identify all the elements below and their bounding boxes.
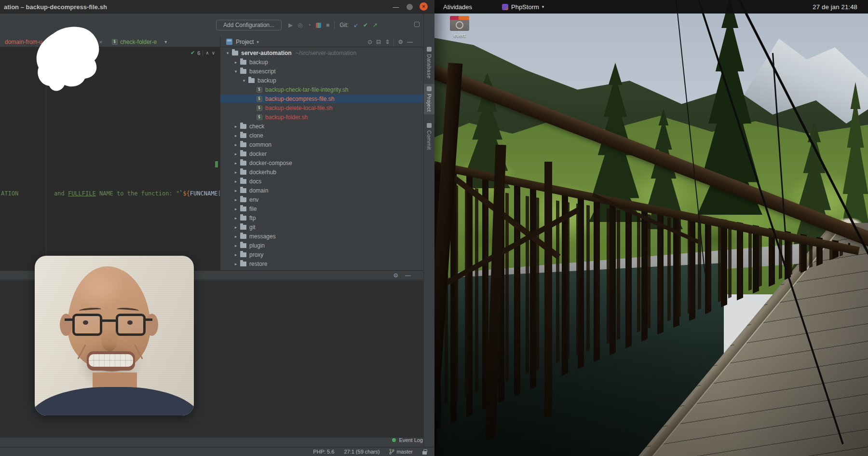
tree-row-proxy[interactable]: ▸proxy <box>220 250 423 259</box>
tree-row-domain[interactable]: ▸domain <box>220 186 423 195</box>
tree-row-plugin[interactable]: ▸plugin <box>220 241 423 250</box>
folder-icon <box>240 252 246 257</box>
app-menu[interactable]: PhpStorm ▾ <box>502 3 544 11</box>
inspections-widget[interactable]: ✔ 6 ∧ ∨ <box>190 50 215 56</box>
profile-icon[interactable]: ◔ <box>308 22 311 28</box>
wallpaper-vignette <box>434 0 868 456</box>
tree-row-server-automation[interactable]: ▾server-automation~/src/server-automatio… <box>220 48 423 57</box>
hidden-tabs-chevron-icon[interactable]: ▾ <box>164 39 167 44</box>
prev-problem-icon[interactable]: ∧ <box>205 50 209 55</box>
tree-chevron-icon[interactable]: ▸ <box>232 60 239 65</box>
tree-row-clone[interactable]: ▸clone <box>220 131 423 140</box>
tree-row-docker[interactable]: ▸docker <box>220 149 423 158</box>
tree-row-restore[interactable]: ▸restore <box>220 259 423 268</box>
tree-chevron-icon[interactable]: ▸ <box>232 252 239 257</box>
folder-icon <box>240 179 246 184</box>
tree-chevron-icon[interactable]: ▸ <box>232 225 239 230</box>
lock-icon[interactable] <box>422 451 427 455</box>
tree-row-docker-compose[interactable]: ▸docker-compose <box>220 158 423 167</box>
php-version-widget[interactable]: PHP: 5.6 <box>313 449 334 455</box>
profiler-icon[interactable] <box>316 23 321 28</box>
tree-chevron-icon[interactable]: ▸ <box>232 152 239 156</box>
tree-chevron-icon[interactable]: ▸ <box>232 170 239 175</box>
tool-stripe-label: Project <box>426 94 432 112</box>
close-button[interactable]: × <box>420 2 428 11</box>
caret-position-widget[interactable]: 27:1 (59 chars) <box>344 449 380 455</box>
add-configuration-button[interactable]: Add Configuration... <box>216 20 282 30</box>
folder-icon <box>240 133 246 138</box>
desktop-icon-evert[interactable]: evert <box>445 16 474 45</box>
code-line-left: ATION <box>1 190 18 197</box>
gear-icon[interactable]: ⚙ <box>393 273 398 278</box>
hide-panel-icon[interactable]: — <box>407 39 413 45</box>
tool-stripe-commit[interactable]: Commit <box>424 121 434 152</box>
tree-chevron-icon[interactable]: ▸ <box>232 161 239 166</box>
expand-icon[interactable]: ⇕ <box>385 39 390 45</box>
tree-row-git[interactable]: ▸git <box>220 222 423 232</box>
tool-stripe-database[interactable]: Database <box>424 44 434 81</box>
commit-tool-icon <box>427 123 432 128</box>
tree-row-backup-delete-local-file.sh[interactable]: backup-delete-local-file.sh <box>220 103 423 112</box>
tree-row-ftp[interactable]: ▸ftp <box>220 213 423 222</box>
tree-row-backup-decompress-file.sh[interactable]: backup-decompress-file.sh <box>220 94 423 103</box>
tree-chevron-icon[interactable]: ▸ <box>232 142 239 147</box>
git-push-icon[interactable]: ↗ <box>373 22 378 28</box>
project-panel-header[interactable]: Project ▾ ⊙ ⊟ ⇕ ⚙ — <box>220 37 423 47</box>
tree-row-backup[interactable]: ▾backup <box>220 76 423 85</box>
tree-chevron-icon[interactable]: ▸ <box>232 262 239 266</box>
stop-process-icon[interactable] <box>414 22 420 27</box>
tree-chevron-icon[interactable]: ▸ <box>232 216 239 221</box>
tree-row-backup[interactable]: ▸backup <box>220 57 423 67</box>
tool-stripe-project[interactable]: Project <box>424 84 434 114</box>
tree-chevron-icon[interactable]: ▸ <box>232 133 239 138</box>
tree-chevron-icon[interactable]: ▸ <box>232 188 239 193</box>
maximize-button[interactable] <box>407 4 413 10</box>
tree-row-docs[interactable]: ▸docs <box>220 177 423 186</box>
tree-row-dockerhub[interactable]: ▸dockerhub <box>220 167 423 177</box>
event-log-button[interactable]: Event Log <box>392 437 423 443</box>
tree-chevron-icon[interactable]: ▸ <box>232 243 239 248</box>
activities-button[interactable]: Atividades <box>443 3 472 11</box>
tree-row-backup-folder.sh[interactable]: backup-folder.sh <box>220 112 423 122</box>
clock[interactable]: 27 de jan 21:48 <box>813 0 857 14</box>
folder-icon <box>240 69 246 74</box>
folder-icon <box>240 161 246 166</box>
gear-icon[interactable]: ⚙ <box>398 39 403 45</box>
tree-node-label: ftp <box>249 215 256 221</box>
tree-chevron-icon[interactable]: ▸ <box>232 234 239 239</box>
coverage-icon[interactable]: ◎ <box>298 22 302 28</box>
stop-icon[interactable]: ■ <box>326 22 329 28</box>
tree-node-label: file <box>249 206 257 212</box>
run-icon[interactable]: ▶ <box>288 22 293 28</box>
minimize-button[interactable]: — <box>392 2 400 11</box>
shell-file-icon <box>257 87 262 93</box>
hide-panel-icon[interactable]: — <box>405 273 411 278</box>
tree-row-backup-check-tar-file-integrity.sh[interactable]: backup-check-tar-file-integrity.sh <box>220 85 423 94</box>
tree-row-file[interactable]: ▸file <box>220 204 423 213</box>
locate-file-icon[interactable]: ⊙ <box>367 39 372 45</box>
tree-row-env[interactable]: ▸env <box>220 195 423 204</box>
app-menu-label: PhpStorm <box>511 3 539 11</box>
shell-file-icon <box>112 39 118 45</box>
tree-row-basescript[interactable]: ▾basescript <box>220 67 423 76</box>
tool-stripe-label: Database <box>426 54 432 79</box>
folder-icon <box>240 188 246 193</box>
tree-row-messages[interactable]: ▸messages <box>220 232 423 241</box>
collapse-all-icon[interactable]: ⊟ <box>376 39 381 45</box>
tree-chevron-icon[interactable]: ▸ <box>232 124 239 129</box>
tree-chevron-icon[interactable]: ▾ <box>241 78 247 83</box>
tree-row-common[interactable]: ▸common <box>220 140 423 149</box>
tree-chevron-icon[interactable]: ▸ <box>232 179 239 184</box>
chevron-down-icon[interactable]: ▾ <box>257 40 259 44</box>
tree-chevron-icon[interactable]: ▾ <box>232 69 239 74</box>
next-problem-icon[interactable]: ∨ <box>212 50 215 55</box>
editor-tab-check-folder-e[interactable]: check-folder-e <box>107 37 162 47</box>
git-branch-widget[interactable]: master <box>389 449 413 455</box>
git-update-icon[interactable]: ↙ <box>353 22 358 28</box>
tree-row-check[interactable]: ▸check <box>220 122 423 131</box>
window-titlebar[interactable]: ation – backup-decompress-file.sh — × <box>0 0 434 14</box>
tree-chevron-icon[interactable]: ▾ <box>224 51 231 55</box>
tree-chevron-icon[interactable]: ▸ <box>232 197 239 202</box>
git-commit-icon[interactable]: ✔ <box>363 22 368 28</box>
tree-chevron-icon[interactable]: ▸ <box>232 207 239 211</box>
